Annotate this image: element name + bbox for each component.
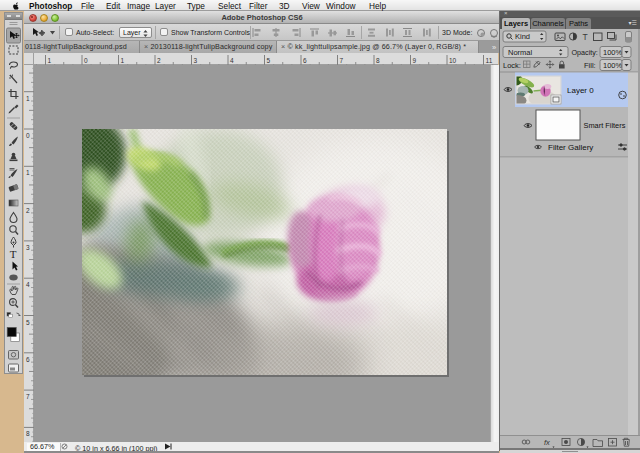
svg-text:4: 4 xyxy=(26,281,30,288)
svg-text:8: 8 xyxy=(376,57,380,64)
svg-text:Layer 0: Layer 0 xyxy=(567,86,594,95)
svg-text:10: 10 xyxy=(449,57,457,64)
svg-text:2: 2 xyxy=(157,57,161,64)
svg-text:0: 0 xyxy=(84,57,88,64)
svg-text:3: 3 xyxy=(194,57,198,64)
svg-text:7: 7 xyxy=(26,393,30,400)
svg-text:1: 1 xyxy=(26,169,30,176)
svg-text:Smart Filters: Smart Filters xyxy=(584,121,626,130)
svg-text:fx: fx xyxy=(544,438,550,447)
svg-text:5: 5 xyxy=(267,57,271,64)
svg-text:Fill:: Fill: xyxy=(584,61,596,70)
svg-text:Filter Gallery: Filter Gallery xyxy=(548,143,593,152)
svg-text:11: 11 xyxy=(486,57,493,64)
svg-text:5: 5 xyxy=(26,319,30,326)
svg-text:1: 1 xyxy=(26,95,30,102)
svg-text:Normal: Normal xyxy=(508,48,533,57)
svg-text:T: T xyxy=(583,32,588,42)
svg-text:Kind: Kind xyxy=(515,32,530,41)
svg-text:1: 1 xyxy=(121,57,125,64)
svg-text:T: T xyxy=(10,248,17,260)
svg-text:4: 4 xyxy=(230,57,234,64)
svg-text:100%: 100% xyxy=(603,48,623,57)
svg-text:9: 9 xyxy=(413,57,417,64)
svg-text:Lock:: Lock: xyxy=(503,61,521,70)
svg-text:6: 6 xyxy=(303,57,307,64)
svg-text:8: 8 xyxy=(26,430,30,437)
svg-text:2: 2 xyxy=(26,207,30,214)
svg-text:7: 7 xyxy=(340,57,344,64)
svg-text:1: 1 xyxy=(48,57,52,64)
svg-text:100%: 100% xyxy=(603,61,623,70)
svg-text:3: 3 xyxy=(26,244,30,251)
svg-text:Opacity:: Opacity: xyxy=(572,48,598,57)
svg-text:6: 6 xyxy=(26,356,30,363)
svg-text:0: 0 xyxy=(26,132,30,139)
